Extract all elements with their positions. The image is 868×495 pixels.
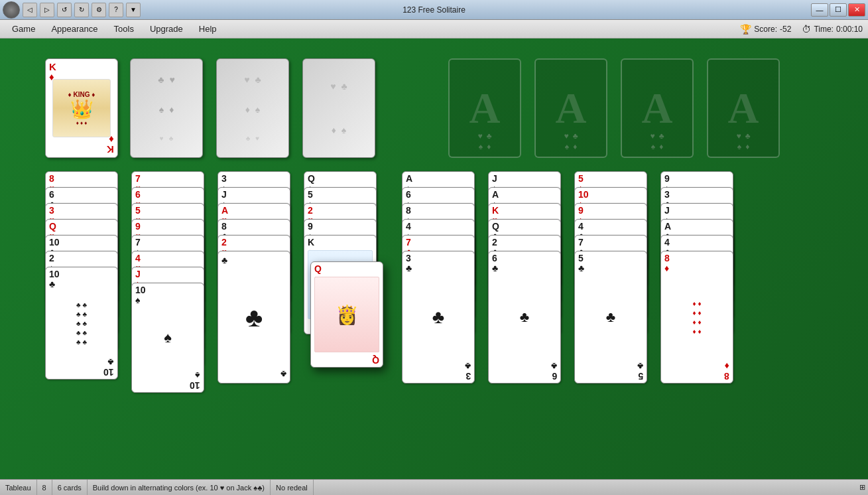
foundation-4[interactable]: A ♥♣ ♠♦ (707, 58, 780, 158)
stock-pile-1[interactable]: K♦ K♦ 👑 ♦ KING ♦ 👑 ♦ ♦ ♦ (45, 58, 118, 158)
toolbar-back[interactable]: ◁ (23, 3, 37, 17)
menu-upgrade[interactable]: Upgrade (143, 22, 190, 36)
toolbar-undo[interactable]: ↺ (57, 3, 72, 17)
foundation-2[interactable]: A ♥♣ ♠♦ (534, 58, 607, 158)
app-icon (3, 1, 20, 19)
status-rule: Build down in alternating colors (ex. 10… (88, 480, 271, 495)
toolbar-fwd[interactable]: ▷ (40, 3, 54, 17)
score-label: Score: (754, 25, 777, 34)
time-value: 0:00:10 (836, 25, 863, 34)
dragging-card-qh[interactable]: Q♥ Q♥ 👸 (310, 261, 383, 368)
title-bar: ◁ ▷ ↺ ↻ ⚙ ? ▼ 123 Free Solitaire — ☐ ✕ (0, 0, 868, 20)
status-bar: Tableau 8 6 cards Build down in alternat… (0, 479, 868, 495)
menu-game[interactable]: Game (5, 22, 42, 36)
pile-suits-2: ♣♥ ♠♦ ♥♣ (131, 59, 202, 157)
minimize-button[interactable]: — (811, 3, 828, 17)
card-10s-col2[interactable]: 10♠ 10♠ ♠ (131, 283, 204, 393)
foundation-3[interactable]: A ♥♣ ♠♦ (621, 58, 694, 158)
toolbar-redo[interactable]: ↻ (74, 3, 89, 17)
card-5c[interactable]: 5♣ 5♣ ♣ (574, 251, 647, 384)
card-8d[interactable]: 8♦ 8♦ ♦♦♦♦♦♦♦♦ (660, 251, 733, 384)
time-icon: ⏱ (802, 24, 811, 35)
time-display: ⏱ Time: 0:00:10 (802, 24, 863, 35)
status-columns: 8 (37, 480, 52, 495)
menu-tools[interactable]: Tools (107, 22, 141, 36)
close-button[interactable]: ✕ (848, 3, 865, 17)
toolbar-extra[interactable]: ▼ (126, 3, 141, 17)
toolbar-settings[interactable]: ⚙ (92, 3, 106, 17)
title-bar-controls: — ☐ ✕ (811, 3, 865, 17)
foundation-1[interactable]: A ♥♣ ♠♦ (448, 58, 521, 158)
menu-appearance[interactable]: Appearance (44, 22, 104, 36)
status-type: Tableau (0, 480, 37, 495)
stock-pile-4[interactable]: ♥♣ ♦♠ (302, 58, 375, 158)
game-area[interactable]: K♦ K♦ 👑 ♦ KING ♦ 👑 ♦ ♦ ♦ ♣♥ ♠♦ ♥♣ ♥♣ ♦♠ … (0, 38, 868, 479)
card-3c[interactable]: 3♣ 3♣ ♣ (402, 251, 475, 384)
window-title: 123 Free Solitaire (403, 5, 465, 15)
score-icon: 🏆 (740, 24, 751, 35)
card-club-big[interactable]: ♣ ♣ ♣ (217, 251, 290, 384)
score-bar: 🏆 Score: -52 ⏱ Time: 0:00:10 (740, 20, 863, 38)
status-cards: 6 cards (52, 480, 88, 495)
time-label: Time: (814, 25, 834, 34)
stock-pile-3[interactable]: ♥♣ ♦♠ ♣♥ (216, 58, 289, 158)
card-10c-2[interactable]: 10♣ 10♣ ♣♣♣♣♣♣♣♣♣♣ (45, 267, 118, 380)
title-bar-left: ◁ ▷ ↺ ↻ ⚙ ? ▼ (3, 1, 141, 19)
maximize-button[interactable]: ☐ (830, 3, 847, 17)
card-6c-c6[interactable]: 6♣ 6♣ ♣ (488, 251, 561, 384)
menu-help[interactable]: Help (192, 22, 223, 36)
status-grid-icon: ⊞ (859, 483, 868, 492)
status-redeal: No redeal (271, 480, 314, 495)
toolbar-help[interactable]: ? (109, 3, 123, 17)
pile-suits-3: ♥♣ ♦♠ ♣♥ (217, 59, 288, 157)
pile-suits-4: ♥♣ ♦♠ (303, 59, 375, 157)
score-value: -52 (780, 25, 791, 34)
stock-pile-2[interactable]: ♣♥ ♠♦ ♥♣ (130, 58, 203, 158)
score-display: 🏆 Score: -52 (740, 24, 791, 35)
menu-bar: Game Appearance Tools Upgrade Help 🏆 Sco… (0, 20, 868, 38)
